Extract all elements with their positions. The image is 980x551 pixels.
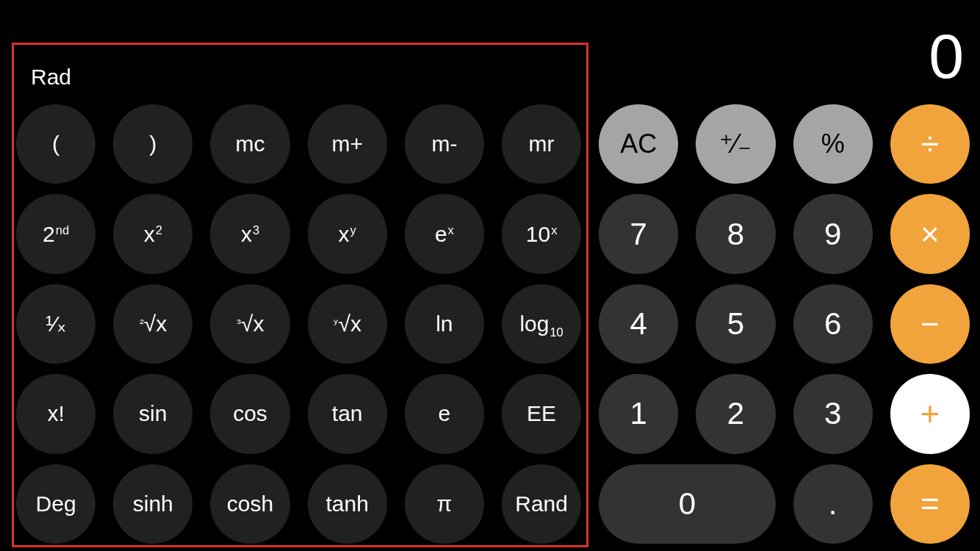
memory-clear-button[interactable]: mc [210,104,289,184]
keypad: ( ) mc m+ m- mr AC ⁺⁄₋ % ÷ 2nd x2 x3 xy … [16,104,970,544]
calculator-display: 0 [0,0,964,96]
digit-5-button[interactable]: 5 [696,284,775,364]
digit-4-button[interactable]: 4 [599,284,678,364]
equals-button[interactable]: = [890,464,970,544]
tan-button[interactable]: tan [308,374,387,453]
second-function-button[interactable]: 2nd [16,194,96,273]
left-paren-button[interactable]: ( [16,104,96,184]
natural-log-button[interactable]: ln [405,284,484,364]
rand-button[interactable]: Rand [502,464,581,544]
ten-power-x-button[interactable]: 10x [502,194,581,273]
square-root-button[interactable]: ²√x [113,284,192,364]
reciprocal-button[interactable]: ¹⁄ₓ [16,284,96,364]
percent-button[interactable]: % [793,104,873,184]
cube-root-button[interactable]: ³√x [210,284,289,364]
cube-button[interactable]: x3 [210,194,289,273]
tanh-button[interactable]: tanh [308,464,387,544]
digit-8-button[interactable]: 8 [696,194,775,273]
sign-toggle-button[interactable]: ⁺⁄₋ [696,104,775,184]
multiply-button[interactable]: × [890,194,970,273]
digit-9-button[interactable]: 9 [793,194,873,273]
sin-button[interactable]: sin [113,374,192,453]
memory-recall-button[interactable]: mr [502,104,581,184]
cosh-button[interactable]: cosh [210,464,289,544]
cos-button[interactable]: cos [210,374,289,453]
factorial-button[interactable]: x! [16,374,96,453]
all-clear-button[interactable]: AC [599,104,678,184]
digit-3-button[interactable]: 3 [793,374,873,453]
divide-button[interactable]: ÷ [890,104,970,184]
right-paren-button[interactable]: ) [113,104,192,184]
display-value: 0 [929,20,964,93]
sinh-button[interactable]: sinh [113,464,192,544]
minus-button[interactable]: − [890,284,970,364]
e-power-x-button[interactable]: ex [405,194,484,273]
angle-mode-label: Rad [31,65,71,90]
y-root-button[interactable]: ʸ√x [308,284,387,364]
digit-0-button[interactable]: 0 [599,464,775,544]
pi-button[interactable]: π [405,464,484,544]
digit-7-button[interactable]: 7 [599,194,678,273]
digit-6-button[interactable]: 6 [793,284,873,364]
digit-1-button[interactable]: 1 [599,374,678,453]
square-button[interactable]: x2 [113,194,192,273]
power-button[interactable]: xy [308,194,387,273]
decimal-point-button[interactable]: . [793,464,873,544]
euler-e-button[interactable]: e [405,374,484,453]
digit-2-button[interactable]: 2 [696,374,775,453]
log10-button[interactable]: log10 [502,284,581,364]
plus-button[interactable]: + [890,374,970,453]
memory-subtract-button[interactable]: m- [405,104,484,184]
deg-rad-toggle-button[interactable]: Deg [16,464,96,544]
exponent-ee-button[interactable]: EE [502,374,581,453]
memory-add-button[interactable]: m+ [308,104,387,184]
